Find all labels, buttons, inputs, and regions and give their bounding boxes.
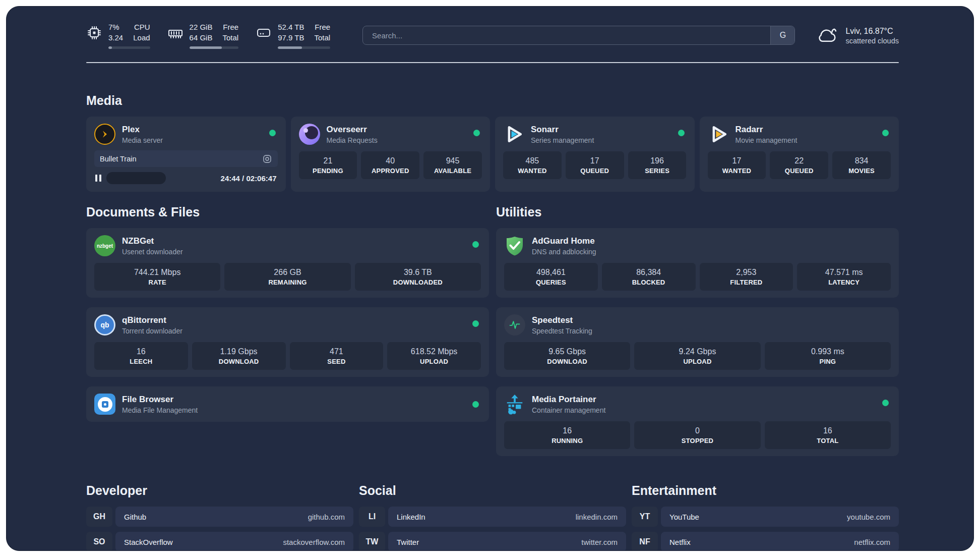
stat-value: 945 <box>425 156 480 165</box>
memory-icon <box>167 25 183 41</box>
stat-label: DOWNLOADED <box>357 278 479 286</box>
card-title: Sonarr <box>531 125 594 135</box>
link-abbr: TW <box>359 532 385 551</box>
disk-total-value: 97.9 TB <box>278 32 304 43</box>
stat-box: 0.993 ms PING <box>765 342 891 370</box>
link-row-github: GH Github github.com <box>86 507 353 527</box>
stat-value: 9.24 Gbps <box>636 347 758 356</box>
status-dot <box>678 130 685 136</box>
stat-value: 40 <box>363 156 417 165</box>
player-time: 24:44 / 02:06:47 <box>221 174 277 183</box>
nzbget-icon-text: nzbget <box>97 243 113 249</box>
stat-label: APPROVED <box>363 167 417 175</box>
link-github[interactable]: Github github.com <box>115 507 353 527</box>
media-grid: Plex Media server Bullet Train <box>86 117 899 192</box>
link-name: StackOverflow <box>124 538 173 546</box>
stat-label: LATENCY <box>799 278 889 286</box>
search-provider-button[interactable]: G <box>770 26 794 44</box>
link-youtube[interactable]: YouTube youtube.com <box>661 507 899 527</box>
stat-value: 196 <box>630 156 685 165</box>
stat-value: 39.6 TB <box>357 268 479 277</box>
section-entertainment: Entertainment YT YouTube youtube.com NF … <box>632 483 899 551</box>
card-filebrowser[interactable]: File Browser Media File Management <box>86 386 489 422</box>
link-row-youtube: YT YouTube youtube.com <box>632 507 899 527</box>
stat-box: 471 SEED <box>290 342 384 370</box>
stat-label: DOWNLOAD <box>194 358 284 365</box>
link-abbr: NF <box>632 532 658 551</box>
cpu-widget: 7% 3.24 CPU Load <box>86 22 150 49</box>
stat-label: PING <box>767 358 889 365</box>
stat-label: RATE <box>96 278 218 286</box>
stat-box: 196 SERIES <box>628 151 687 179</box>
stat-label: WANTED <box>710 167 764 175</box>
card-plex[interactable]: Plex Media server Bullet Train <box>86 117 286 192</box>
card-title: Media Portainer <box>532 395 605 405</box>
radarr-icon <box>708 124 729 145</box>
stat-box: 39.6 TB DOWNLOADED <box>355 263 481 291</box>
player-controls: 24:44 / 02:06:47 <box>94 172 278 185</box>
card-subtitle: Torrent downloader <box>122 327 182 335</box>
card-portainer[interactable]: Media Portainer Container management 16 … <box>496 386 899 456</box>
stat-label: BLOCKED <box>604 278 694 286</box>
card-sonarr[interactable]: Sonarr Series management 485 WANTED 17 Q… <box>495 117 695 192</box>
cpu-progress-track <box>108 46 150 49</box>
card-subtitle: Series management <box>531 136 594 144</box>
topbar-divider <box>86 62 899 63</box>
overseerr-icon <box>299 124 320 145</box>
section-title-developer: Developer <box>86 483 353 498</box>
link-linkedin[interactable]: LinkedIn linkedin.com <box>388 507 626 527</box>
link-abbr: GH <box>86 507 112 527</box>
card-adguard[interactable]: AdGuard Home DNS and adblocking 498,461 … <box>496 228 899 298</box>
dashboard-window: 7% 3.24 CPU Load <box>6 6 974 551</box>
stat-box: 17 WANTED <box>708 151 766 179</box>
stat-box: 744.21 Mbps RATE <box>94 263 220 291</box>
stat-box: 2,953 FILTERED <box>700 263 793 291</box>
link-url: github.com <box>308 513 345 521</box>
link-url: youtube.com <box>847 513 890 521</box>
stat-box: 1.19 Gbps DOWNLOAD <box>192 342 286 370</box>
link-name: Twitter <box>397 538 419 546</box>
card-nzbget[interactable]: nzbget NZBGet Usenet downloader 744.21 M… <box>86 228 489 298</box>
stat-label: SEED <box>292 358 382 365</box>
link-netflix[interactable]: Netflix netflix.com <box>661 532 899 551</box>
status-dot <box>882 400 889 406</box>
search-bar: G <box>362 26 795 45</box>
plex-now-playing: Bullet Train 24:44 / 02:06:47 <box>94 150 278 185</box>
section-title-media: Media <box>86 93 899 108</box>
stat-value: 17 <box>710 156 764 165</box>
stat-box: 618.52 Mbps UPLOAD <box>387 342 481 370</box>
stat-label: AVAILABLE <box>425 167 480 175</box>
filebrowser-icon <box>94 394 115 415</box>
stat-value: 266 GB <box>226 268 348 277</box>
card-radarr[interactable]: Radarr Movie management 17 WANTED 22 QUE… <box>700 117 899 192</box>
card-speedtest[interactable]: Speedtest Speedtest Tracking 9.65 Gbps D… <box>496 307 899 377</box>
nzbget-icon: nzbget <box>94 235 115 256</box>
section-social: Social LI LinkedIn linkedin.com TW Twitt… <box>359 483 626 551</box>
stat-box: 40 APPROVED <box>361 151 419 179</box>
load-label: Load <box>133 32 150 43</box>
pause-button[interactable] <box>95 175 101 182</box>
stat-box: 22 QUEUED <box>770 151 828 179</box>
link-abbr: SO <box>86 532 112 551</box>
card-overseerr[interactable]: Overseerr Media Requests 21 PENDING 40 A… <box>291 117 491 192</box>
adguard-icon <box>504 235 525 256</box>
stat-label: TOTAL <box>767 437 889 444</box>
player-title: Bullet Train <box>100 155 137 163</box>
link-twitter[interactable]: Twitter twitter.com <box>388 532 626 551</box>
card-title: Speedtest <box>532 315 592 325</box>
disk-free-value: 52.4 TB <box>278 22 304 32</box>
player-progress-pill <box>106 172 166 184</box>
stat-box: 16 TOTAL <box>765 421 891 449</box>
link-row-linkedin: LI LinkedIn linkedin.com <box>359 507 626 527</box>
cast-icon[interactable] <box>262 154 272 164</box>
memory-widget: 22 GiB 64 GiB Free Total <box>167 22 239 49</box>
search-input[interactable] <box>363 26 770 44</box>
link-row-netflix: NF Netflix netflix.com <box>632 532 899 551</box>
card-subtitle: Movie management <box>736 136 798 144</box>
stat-box: 9.24 Gbps UPLOAD <box>634 342 760 370</box>
stat-value: 618.52 Mbps <box>389 347 479 356</box>
card-subtitle: Media server <box>122 136 163 144</box>
link-stackoverflow[interactable]: StackOverflow stackoverflow.com <box>115 532 353 551</box>
link-url: twitter.com <box>581 538 618 546</box>
card-qbittorrent[interactable]: qb qBittorrent Torrent downloader 16 LEE… <box>86 307 489 377</box>
